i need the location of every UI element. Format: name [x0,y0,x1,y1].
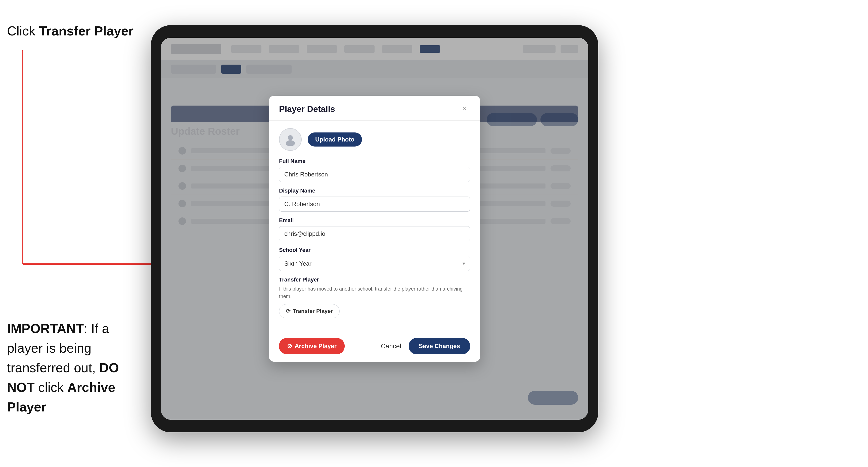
transfer-section-title: Transfer Player [279,277,470,283]
modal-footer: ⊘ Archive Player Cancel Save Changes [269,333,480,362]
modal-title: Player Details [279,104,335,114]
cancel-button[interactable]: Cancel [381,342,401,350]
full-name-label: Full Name [279,158,470,164]
transfer-description: If this player has moved to another scho… [279,285,470,300]
school-year-group: School Year First Year Second Year Third… [279,247,470,271]
archive-label: Archive Player [294,343,337,350]
full-name-input[interactable] [279,167,470,182]
instruction-top-bold: Transfer Player [39,24,133,38]
footer-right-actions: Cancel Save Changes [381,338,470,354]
app-background: Update Roster [161,38,588,420]
display-name-label: Display Name [279,187,470,194]
player-details-modal: Player Details × [269,96,480,362]
tablet-screen: Update Roster [161,38,588,420]
avatar-circle [279,128,302,151]
modal-close-button[interactable]: × [459,103,470,114]
tablet-device: Update Roster [151,25,598,432]
archive-icon: ⊘ [287,343,292,350]
instruction-bottom: IMPORTANT: If a player is being transfer… [7,319,140,417]
school-year-select[interactable]: First Year Second Year Third Year Fourth… [279,256,470,271]
email-input[interactable] [279,226,470,241]
user-avatar-icon [284,133,297,146]
full-name-group: Full Name [279,158,470,182]
modal-body: Upload Photo Full Name Display Name [269,121,480,333]
school-year-select-wrapper: First Year Second Year Third Year Fourth… [279,256,470,271]
transfer-icon: ⟳ [286,308,290,314]
svg-point-4 [286,140,295,146]
email-label: Email [279,217,470,224]
archive-player-button[interactable]: ⊘ Archive Player [279,338,345,354]
transfer-btn-label: Transfer Player [293,308,333,314]
transfer-player-section: Transfer Player If this player has moved… [279,277,470,318]
modal-overlay: Player Details × [161,38,588,420]
instruction-important: IMPORTANT [7,321,84,336]
photo-section: Upload Photo [279,128,470,151]
email-group: Email [279,217,470,241]
display-name-group: Display Name [279,187,470,212]
instruction-text2: click [35,380,67,395]
modal-header: Player Details × [269,96,480,121]
school-year-label: School Year [279,247,470,253]
instruction-top-prefix: Click [7,24,39,38]
instruction-top: Click Transfer Player [7,23,133,40]
display-name-input[interactable] [279,196,470,212]
svg-point-3 [288,135,293,140]
upload-photo-button[interactable]: Upload Photo [308,132,362,147]
save-changes-button[interactable]: Save Changes [409,338,470,354]
transfer-player-button[interactable]: ⟳ Transfer Player [279,304,340,318]
